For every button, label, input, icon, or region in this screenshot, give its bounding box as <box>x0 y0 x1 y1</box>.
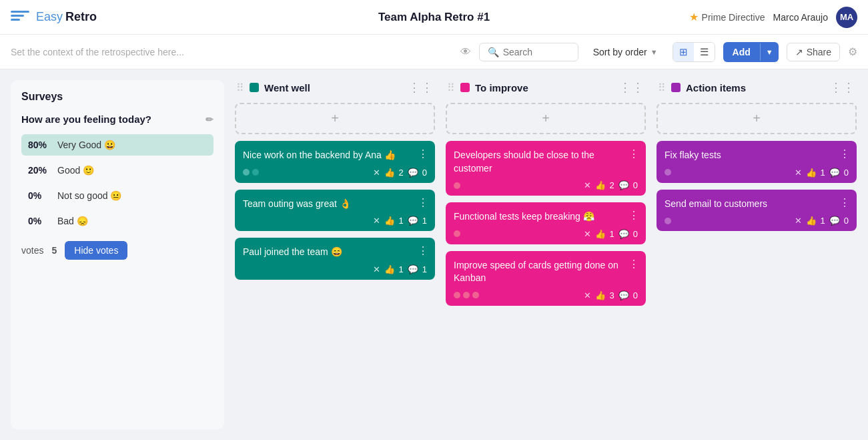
survey-option[interactable]: 80% Very Good 😀 <box>21 134 213 156</box>
survey-options: 80% Very Good 😀 20% Good 🙂 0% Not so goo… <box>21 134 213 232</box>
survey-option[interactable]: 0% Not so good 😐 <box>21 185 213 206</box>
card-dot <box>665 169 671 176</box>
share-button[interactable]: ↗ Share <box>787 43 840 61</box>
logo-retro: Retro <box>65 10 97 24</box>
comment-icon[interactable]: 💬 <box>408 168 418 178</box>
drag-handle-icon[interactable]: ⠿ <box>447 81 455 94</box>
thumbs-up-icon[interactable]: 👍 <box>595 180 606 190</box>
sort-button[interactable]: Sort by order ▼ <box>586 43 665 61</box>
logo[interactable]: EasyRetro <box>11 10 97 24</box>
comment-count: 0 <box>422 168 427 178</box>
delete-icon[interactable]: ✕ <box>795 216 802 226</box>
votes-count: 5 <box>51 245 57 256</box>
card-footer: ✕ 👍 2 💬 0 <box>454 180 638 190</box>
thumbs-up-icon[interactable]: 👍 <box>806 216 817 226</box>
card-actions: ✕ 👍 1 💬 0 <box>795 168 849 178</box>
comment-icon[interactable]: 💬 <box>618 180 629 190</box>
card-actions: ✕ 👍 1 💬 1 <box>373 264 427 274</box>
context-placeholder[interactable]: Set the context of the retrospective her… <box>11 47 452 57</box>
surveys-panel: Surveys How are you feeling today? ✏ 80%… <box>11 80 224 429</box>
delete-icon[interactable]: ✕ <box>373 264 380 274</box>
vote-pct: 80% <box>28 140 52 150</box>
thumbs-count: 2 <box>610 180 614 190</box>
hide-votes-button[interactable]: Hide votes <box>65 241 127 260</box>
comment-icon[interactable]: 💬 <box>408 216 418 226</box>
card-dot <box>463 292 470 298</box>
thumbs-count: 1 <box>821 216 825 226</box>
gear-icon[interactable]: ⚙ <box>848 45 857 58</box>
card-footer: ✕ 👍 3 💬 0 <box>454 290 638 300</box>
card-menu-icon[interactable]: ⋮ <box>628 209 639 222</box>
column-menu-icon[interactable]: ⋮⋮ <box>408 80 434 95</box>
thumbs-count: 1 <box>610 229 614 239</box>
delete-icon[interactable]: ✕ <box>584 229 591 239</box>
delete-icon[interactable]: ✕ <box>584 180 591 190</box>
add-card-button[interactable]: + <box>446 103 646 134</box>
thumbs-up-icon[interactable]: 👍 <box>595 229 606 239</box>
thumbs-up-icon[interactable]: 👍 <box>384 216 395 226</box>
thumbs-up-icon[interactable]: 👍 <box>384 168 395 178</box>
search-icon: 🔍 <box>488 47 499 57</box>
edit-icon[interactable]: ✏ <box>205 114 213 125</box>
card: ⋮ Team outing was great 👌 ✕ 👍 1 💬 1 <box>235 190 435 232</box>
card-text: Developers should be close to the custom… <box>454 149 638 175</box>
comment-icon[interactable]: 💬 <box>618 229 629 239</box>
card-dots <box>243 169 259 176</box>
card: ⋮ Developers should be close to the cust… <box>446 141 646 196</box>
prime-directive[interactable]: ★ Prime Directive <box>689 11 765 23</box>
card-menu-icon[interactable]: ⋮ <box>628 258 639 270</box>
survey-option[interactable]: 0% Bad 😞 <box>21 210 213 232</box>
thumbs-up-icon[interactable]: 👍 <box>384 264 395 274</box>
list-view-button[interactable]: ☰ <box>694 43 715 61</box>
thumbs-up-icon[interactable]: 👍 <box>806 168 817 178</box>
column-header: ⠿ Action items ⋮⋮ <box>657 80 857 95</box>
grid-view-button[interactable]: ⊞ <box>673 43 694 61</box>
drag-handle-icon[interactable]: ⠿ <box>236 81 244 94</box>
drag-handle-icon[interactable]: ⠿ <box>658 81 666 94</box>
card-dots <box>454 292 479 298</box>
card-menu-icon[interactable]: ⋮ <box>839 196 850 209</box>
comment-count: 0 <box>844 216 849 226</box>
share-icon: ↗ <box>795 47 803 57</box>
delete-icon[interactable]: ✕ <box>373 168 380 178</box>
card-actions: ✕ 👍 3 💬 0 <box>584 290 638 300</box>
card: ⋮ Functional tests keep breaking 😤 ✕ 👍 1… <box>446 202 646 244</box>
card-menu-icon[interactable]: ⋮ <box>839 148 850 160</box>
search-input[interactable] <box>503 47 570 57</box>
survey-question-text: How are you feeling today? <box>21 114 151 125</box>
delete-icon[interactable]: ✕ <box>795 168 802 178</box>
card-menu-icon[interactable]: ⋮ <box>418 148 428 160</box>
card-actions: ✕ 👍 2 💬 0 <box>373 168 427 178</box>
card-dot <box>454 292 460 298</box>
thumbs-up-icon[interactable]: 👍 <box>595 290 606 300</box>
comment-icon[interactable]: 💬 <box>408 264 418 274</box>
avatar[interactable]: MA <box>836 7 857 28</box>
add-card-button[interactable]: + <box>657 103 857 134</box>
comment-icon[interactable]: 💬 <box>829 168 840 178</box>
search-box[interactable]: 🔍 <box>479 43 578 61</box>
thumbs-count: 1 <box>399 216 404 226</box>
column-title: Went well <box>264 82 403 93</box>
comment-icon[interactable]: 💬 <box>829 216 840 226</box>
add-button[interactable]: Add ▼ <box>723 42 779 62</box>
column-menu-icon[interactable]: ⋮⋮ <box>619 80 644 95</box>
card-menu-icon[interactable]: ⋮ <box>418 196 428 209</box>
card-footer: ✕ 👍 2 💬 0 <box>243 168 427 178</box>
card-dot <box>252 169 259 176</box>
card-menu-icon[interactable]: ⋮ <box>628 148 639 160</box>
card-actions: ✕ 👍 1 💬 0 <box>795 216 849 226</box>
column-menu-icon[interactable]: ⋮⋮ <box>830 80 855 95</box>
delete-icon[interactable]: ✕ <box>373 216 380 226</box>
column-color-dot <box>460 83 470 92</box>
subheader: Set the context of the retrospective her… <box>0 35 868 69</box>
card-actions: ✕ 👍 2 💬 0 <box>584 180 638 190</box>
survey-option[interactable]: 20% Good 🙂 <box>21 160 213 181</box>
card-menu-icon[interactable]: ⋮ <box>418 244 428 257</box>
add-button-label: Add <box>723 42 760 62</box>
card-text: Send email to customers <box>665 198 849 211</box>
add-card-button[interactable]: + <box>235 103 435 134</box>
eye-icon[interactable]: 👁 <box>460 46 471 58</box>
comment-icon[interactable]: 💬 <box>618 290 629 300</box>
delete-icon[interactable]: ✕ <box>584 290 591 300</box>
card: ⋮ Nice work on the backend by Ana 👍 ✕ 👍 … <box>235 141 435 183</box>
